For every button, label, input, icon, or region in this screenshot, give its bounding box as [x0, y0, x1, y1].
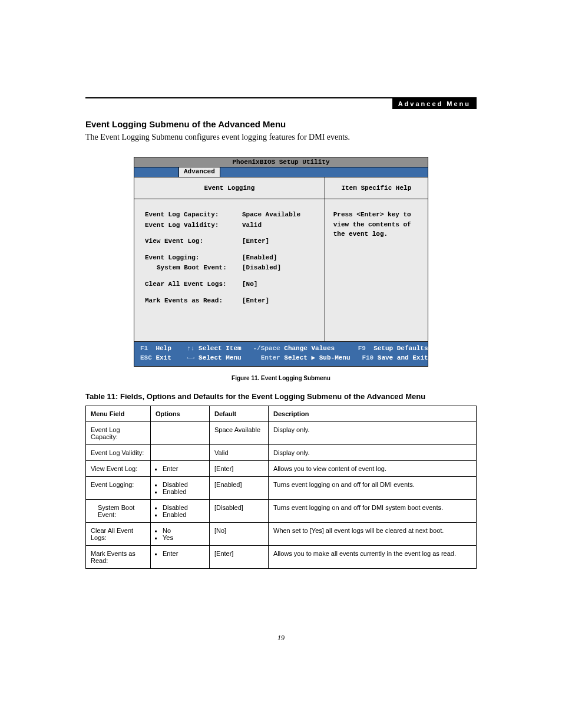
section-header: Advanced Menu	[392, 98, 477, 109]
table-cell-default: Valid	[210, 444, 269, 460]
table-row: System Boot Event:DisabledEnabled[Disabl…	[86, 499, 477, 522]
bios-tab-advanced: Advanced	[178, 167, 220, 177]
bios-field-label: Event Log Capacity:	[145, 210, 242, 220]
bios-field-value: [Enter]	[242, 296, 269, 307]
bios-field-label: View Event Log:	[145, 236, 242, 247]
key-arrows-updown: ↑↓	[187, 344, 194, 353]
bios-footer: F1 Help ↑↓ Select Item -/Space Change Va…	[134, 342, 428, 366]
bios-field-label: Event Log Validity:	[145, 220, 242, 231]
table-cell-description: Turns event logging on and off for all D…	[269, 476, 477, 499]
bios-field-label: Clear All Event Logs:	[145, 279, 242, 290]
table-cell-default: [No]	[210, 522, 269, 545]
table-header: Menu Field	[86, 406, 151, 421]
option-item: No	[163, 527, 204, 534]
option-item: Disabled	[163, 481, 204, 488]
table-cell-options: Enter	[151, 545, 210, 568]
page-title: Event Logging Submenu of the Advanced Me…	[85, 119, 477, 129]
bios-field-label: Mark Events as Read:	[145, 296, 242, 307]
options-table: Menu Field Options Default Description E…	[85, 406, 477, 569]
table-cell-default: [Enter]	[210, 545, 269, 568]
option-item: Yes	[163, 534, 204, 541]
bios-field-value: Valid	[242, 220, 262, 231]
key-f1: F1	[140, 344, 148, 353]
table-cell-field: Clear All Event Logs:	[86, 522, 151, 545]
table-cell-field: Event Logging:	[86, 476, 151, 499]
table-cell-description: Turns event logging on and off for DMI s…	[269, 499, 477, 522]
key-label: Select Menu	[199, 354, 242, 363]
table-cell-options: NoYes	[151, 522, 210, 545]
table-cell-field: Event Log Capacity:	[86, 421, 151, 444]
table-header: Default	[210, 406, 269, 421]
table-cell-options: Enter	[151, 460, 210, 476]
table-cell-default: [Enabled]	[210, 476, 269, 499]
option-item: Enabled	[163, 511, 204, 518]
key-minus-space: -/Space	[253, 344, 280, 353]
table-row: Event Log Validity:ValidDisplay only.	[86, 444, 477, 460]
table-cell-options	[151, 444, 210, 460]
intro-text: The Event Logging Submenu configures eve…	[85, 133, 477, 142]
bios-field-value: Space Available	[242, 210, 300, 220]
table-cell-description: Allows you to view content of event log.	[269, 460, 477, 476]
option-item: Enter	[163, 550, 204, 557]
key-label: Exit	[156, 354, 171, 363]
table-row: Event Log Capacity:Space AvailableDispla…	[86, 421, 477, 444]
table-row: Mark Events as Read:Enter[Enter]Allows y…	[86, 545, 477, 568]
bios-field-value: [No]	[242, 279, 257, 290]
table-header: Options	[151, 406, 210, 421]
table-cell-options: DisabledEnabled	[151, 499, 210, 522]
key-label: Help	[156, 344, 171, 353]
option-item: Disabled	[163, 504, 204, 511]
key-enter: Enter	[261, 354, 280, 363]
key-label: Save and Exit	[378, 354, 428, 363]
bios-body: Event Log Capacity:Space Available Event…	[134, 199, 325, 341]
bios-field-label: Event Logging:	[145, 253, 242, 263]
bios-help-heading: Item Specific Help	[325, 177, 428, 199]
table-header: Description	[269, 406, 477, 421]
bios-field-value: [Enabled]	[242, 253, 277, 263]
table-cell-description: When set to [Yes] all event logs will be…	[269, 522, 477, 545]
bios-tab-bar: Advanced	[134, 167, 428, 177]
option-item: Enabled	[163, 488, 204, 495]
key-f9: F9	[358, 344, 366, 353]
bios-screenshot: PhoenixBIOS Setup Utility Advanced Event…	[134, 157, 428, 367]
table-row: Clear All Event Logs:NoYes[No]When set t…	[86, 522, 477, 545]
table-row: View Event Log:Enter[Enter]Allows you to…	[86, 460, 477, 476]
table-cell-field: Mark Events as Read:	[86, 545, 151, 568]
key-arrows-leftright: ←→	[187, 354, 194, 363]
figure-caption: Figure 11. Event Logging Submenu	[85, 375, 477, 381]
table-cell-description: Display only.	[269, 421, 477, 444]
table-row: Event Logging:DisabledEnabled[Enabled]Tu…	[86, 476, 477, 499]
page-number: 19	[0, 634, 562, 643]
bios-panel-heading: Event Logging	[134, 177, 325, 199]
key-label: Setup Defaults	[373, 344, 428, 353]
bios-title: PhoenixBIOS Setup Utility	[134, 157, 428, 167]
option-item: Enter	[163, 465, 204, 472]
key-label: Select ▶ Sub-Menu	[284, 354, 350, 363]
header-rule: Advanced Menu	[85, 97, 477, 98]
table-cell-default: [Enter]	[210, 460, 269, 476]
bios-field-value: [Disabled]	[242, 263, 281, 274]
table-cell-field: System Boot Event:	[86, 499, 151, 522]
key-label: Change Values	[284, 344, 335, 353]
key-f10: F10	[362, 354, 373, 363]
key-esc: ESC	[140, 354, 152, 363]
table-header-row: Menu Field Options Default Description	[86, 406, 477, 421]
table-cell-default: [Disabled]	[210, 499, 269, 522]
table-cell-default: Space Available	[210, 421, 269, 444]
table-cell-field: Event Log Validity:	[86, 444, 151, 460]
table-cell-options: DisabledEnabled	[151, 476, 210, 499]
table-cell-description: Display only.	[269, 444, 477, 460]
bios-field-label: System Boot Event:	[145, 263, 242, 274]
table-cell-field: View Event Log:	[86, 460, 151, 476]
table-title: Table 11: Fields, Options and Defaults f…	[85, 392, 477, 401]
table-cell-description: Allows you to make all events currently …	[269, 545, 477, 568]
key-label: Select Item	[199, 344, 242, 353]
bios-help-text: Press <Enter> key to view the contents o…	[325, 199, 428, 245]
bios-field-value: [Enter]	[242, 236, 269, 247]
table-cell-options	[151, 421, 210, 444]
